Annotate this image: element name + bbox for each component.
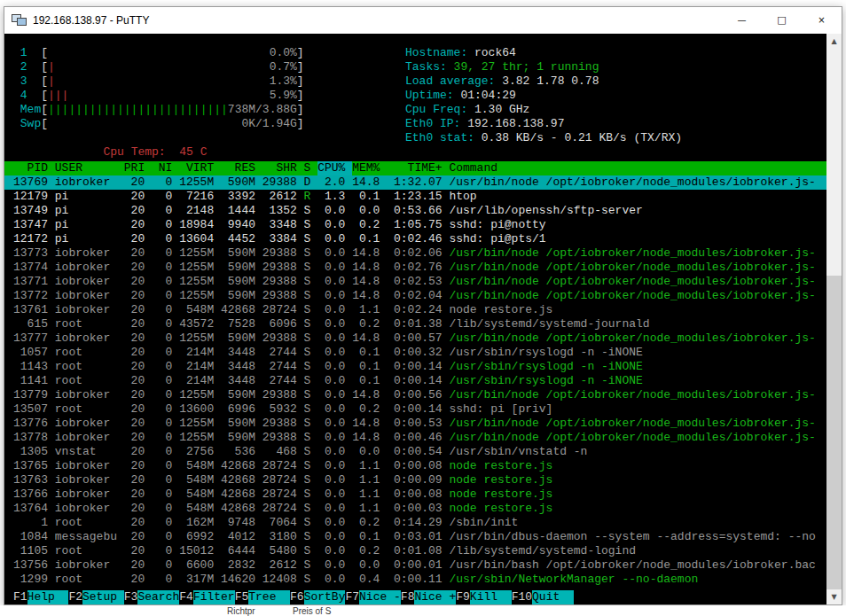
background-window-fragment: Richtpr Preis of S xyxy=(0,605,846,616)
swp-meter-value: 0K/1.94G xyxy=(241,117,296,131)
fkey-f2[interactable]: F2Setup xyxy=(68,590,123,604)
cpu-temp-value: 45 C xyxy=(179,145,207,159)
process-row-13756[interactable]: 13756iobroker200660028322612S0.00.00:00.… xyxy=(4,558,826,573)
process-row-13772[interactable]: 13772iobroker2001255M590M29388S0.014.80:… xyxy=(4,289,826,303)
process-row-13776[interactable]: 13776iobroker2001255M590M29388S0.014.80:… xyxy=(4,417,826,431)
process-row-13765[interactable]: 13765iobroker200548M4286828724S0.01.10:0… xyxy=(4,459,826,473)
load-average-line-value: 3.82 1.78 0.78 xyxy=(502,74,599,88)
cpu3-meter-label: 3 xyxy=(20,74,41,89)
fkey-f7[interactable]: F7Nice - xyxy=(345,590,400,604)
cpu3-meter-bar: |1.3% xyxy=(48,74,297,89)
terminal[interactable]: 1[0.0%]2[|0.7%]3[|1.3%]4[|||5.9%]Mem[|||… xyxy=(4,34,826,604)
mem-meter-bar: ||||||||||||||||||||||||||738M/3.88G xyxy=(48,103,297,117)
scrollbar-track[interactable] xyxy=(826,49,842,589)
process-row-615[interactable]: 615root2004357275286096S0.00.20:01.38/li… xyxy=(4,317,826,331)
system-info: Hostname:rock64Tasks:39, 27 thr; 1 runni… xyxy=(405,46,682,145)
process-row-1057[interactable]: 1057root200214M34482744S0.00.10:00.32/us… xyxy=(4,346,826,360)
column-header-ni[interactable]: NI xyxy=(152,161,179,175)
column-header-mem[interactable]: MEM% xyxy=(352,161,387,175)
column-header-command[interactable]: Command xyxy=(449,161,826,175)
column-header-virt[interactable]: VIRT xyxy=(179,161,221,175)
cpu4-meter-value: 5.9% xyxy=(270,89,297,103)
process-row-13766[interactable]: 13766iobroker200548M4286828724S0.01.10:0… xyxy=(4,487,826,502)
putty-window: 192.168.138.97 - PuTTY — □ × 1[0.0%]2[|0… xyxy=(4,6,842,605)
process-row-1[interactable]: 1root200162M97487064S0.00.20:14.29/sbin/… xyxy=(4,516,826,530)
process-row-12172[interactable]: 12172pi2001360444523384S0.00.10:02.46ssh… xyxy=(4,232,826,246)
function-key-bar: F1HelpF2SetupF3SearchF4FilterF5TreeF6Sor… xyxy=(4,590,826,604)
tasks-line-label: Tasks: xyxy=(405,60,447,74)
process-row-1143[interactable]: 1143root200214M34482744S0.00.10:00.14/us… xyxy=(4,360,826,374)
window-controls: — □ × xyxy=(722,7,842,34)
tasks-line: Tasks:39, 27 thr; 1 running xyxy=(405,60,682,74)
process-row-1305[interactable]: 1305vnstat2002756536468S0.00.00:00.54/us… xyxy=(4,445,826,459)
fkey-f5[interactable]: F5Tree xyxy=(235,590,290,604)
scroll-down-button[interactable]: ▼ xyxy=(826,589,842,604)
putty-icon-monitor xyxy=(17,18,27,26)
process-row-13761[interactable]: 13761iobroker200548M4286828724S0.01.10:0… xyxy=(4,303,826,317)
process-row-13764[interactable]: 13764iobroker200548M4286828724S0.01.10:0… xyxy=(4,502,826,516)
load-average-line: Load average:3.82 1.78 0.78 xyxy=(405,74,682,89)
column-header-shr[interactable]: SHR xyxy=(262,161,304,175)
process-row-13779[interactable]: 13779iobroker2001255M590M29388S0.014.80:… xyxy=(4,388,826,402)
column-header-res[interactable]: RES xyxy=(221,161,262,175)
eth0-ip-line-label: Eth0 IP: xyxy=(405,117,460,130)
process-row-12179[interactable]: 12179pi200721633922612R1.30.11:23.15htop xyxy=(4,190,826,204)
process-row-13763[interactable]: 13763iobroker200548M4286828724S0.01.10:0… xyxy=(4,473,826,487)
process-row-1105[interactable]: 1105root2001501264445480S0.00.20:01.08/l… xyxy=(4,544,826,558)
eth0-stat-line-label: Eth0 stat: xyxy=(405,131,474,144)
process-table-rows: 13769iobroker2001255M590M29388D2.014.81:… xyxy=(4,175,826,587)
process-row-13507[interactable]: 13507root2001360069965932S0.00.20:00.14s… xyxy=(4,402,826,417)
fkey-f9[interactable]: F9Kill xyxy=(456,590,511,604)
swp-meter-label: Swp xyxy=(20,117,41,131)
process-row-1084[interactable]: 1084messagebu200699240123180S0.00.10:03.… xyxy=(4,530,826,544)
hostname-line: Hostname:rock64 xyxy=(405,46,682,60)
cpu4-meter-bar: |||5.9% xyxy=(48,89,297,103)
eth0-ip-line-value: 192.168.138.97 xyxy=(467,117,564,130)
scroll-up-button[interactable]: ▲ xyxy=(826,34,842,49)
column-header-pri[interactable]: PRI xyxy=(124,161,152,175)
fkey-f8[interactable]: F8Nice + xyxy=(401,590,456,604)
process-row-13749[interactable]: 13749pi200214814441352S0.00.00:53.66/usr… xyxy=(4,204,826,218)
background-text-fragment: Preis of S xyxy=(293,606,331,616)
process-row-13773[interactable]: 13773iobroker2001255M590M29388S0.014.80:… xyxy=(4,246,826,261)
minimize-button[interactable]: — xyxy=(722,7,762,34)
mem-meter-value: 738M/3.88G xyxy=(228,103,297,117)
uptime-line-value: 01:04:29 xyxy=(460,89,515,102)
cpu1-meter-bar: 0.0% xyxy=(48,46,297,60)
process-row-1141[interactable]: 1141root200214M34482744S0.00.10:00.14/us… xyxy=(4,374,826,388)
cpu3-meter-value: 1.3% xyxy=(270,74,297,89)
fkey-f1[interactable]: F1Help xyxy=(13,590,68,604)
scrollbar[interactable]: ▲ ▼ xyxy=(826,34,842,604)
htop-header-area: 1[0.0%]2[|0.7%]3[|1.3%]4[|||5.9%]Mem[|||… xyxy=(4,34,826,161)
cpu-temp-label: Cpu Temp: xyxy=(103,145,165,159)
cpu1-meter-value: 0.0% xyxy=(270,46,297,60)
cpu4-meter-label: 4 xyxy=(20,89,41,103)
putty-icon xyxy=(12,13,27,27)
swp-meter-bar: 0K/1.94G xyxy=(48,117,297,131)
close-button[interactable]: × xyxy=(802,7,842,34)
mem-meter-label: Mem xyxy=(20,103,41,117)
title-bar[interactable]: 192.168.138.97 - PuTTY — □ × xyxy=(4,7,842,34)
fkey-f10[interactable]: F10Quit xyxy=(512,590,574,604)
cpu-freq-line-value: 1.30 GHz xyxy=(474,103,529,116)
cpu-freq-line-label: Cpu Freq: xyxy=(405,103,467,116)
process-row-13778[interactable]: 13778iobroker2001255M590M29388S0.014.80:… xyxy=(4,431,826,445)
fkey-f4[interactable]: F4Filter xyxy=(179,590,234,604)
process-row-13777[interactable]: 13777iobroker2001255M590M29388S0.014.80:… xyxy=(4,331,826,346)
scrollbar-thumb[interactable] xyxy=(826,276,842,589)
column-header-time[interactable]: TIME+ xyxy=(387,161,449,175)
fkey-f6[interactable]: F6SortBy xyxy=(290,590,345,604)
column-header-s[interactable]: S xyxy=(304,161,318,175)
process-row-13769[interactable]: 13769iobroker2001255M590M29388D2.014.81:… xyxy=(4,175,826,190)
process-row-1299[interactable]: 1299root200317M1462012408S0.00.40:00.11/… xyxy=(4,573,826,587)
process-table-header[interactable]: PIDUSERPRINIVIRTRESSHRSCPU%MEM%TIME+Comm… xyxy=(4,161,826,175)
process-table: PIDUSERPRINIVIRTRESSHRSCPU%MEM%TIME+Comm… xyxy=(4,161,826,587)
process-row-13747[interactable]: 13747pi2001898499403348S0.00.21:05.75ssh… xyxy=(4,218,826,232)
column-header-cpu[interactable]: CPU% xyxy=(317,161,352,175)
process-row-13771[interactable]: 13771iobroker2001255M590M29388S0.014.80:… xyxy=(4,275,826,289)
process-row-13774[interactable]: 13774iobroker2001255M590M29388S0.014.80:… xyxy=(4,261,826,275)
tasks-line-value: 39, 27 thr; 1 running xyxy=(454,60,599,74)
fkey-f3[interactable]: F3Search xyxy=(124,590,179,604)
background-text-fragment: Richtpr xyxy=(227,606,255,616)
maximize-button[interactable]: □ xyxy=(762,7,802,34)
